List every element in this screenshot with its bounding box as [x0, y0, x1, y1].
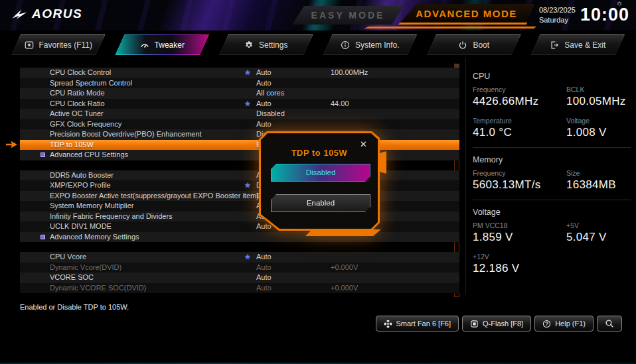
settings-row[interactable]: GFX Clock FrequencyAuto [20, 119, 459, 130]
setting-value: Disabled [256, 109, 285, 119]
setting-value: Auto [256, 283, 272, 294]
settings-row[interactable]: TDP to 105WEnabled [20, 140, 459, 151]
help-button[interactable]: Help (F1) [534, 316, 594, 332]
setting-extra-value: +0.000V [331, 263, 358, 273]
advanced-mode-button[interactable]: ADVANCED MODE [398, 4, 534, 25]
fan-icon [384, 320, 392, 328]
cursor-arrow-icon [6, 141, 17, 149]
star-icon: ★ [244, 68, 251, 78]
setting-extra-value: +0.000V [331, 283, 358, 294]
hw-stat-value: 41.0 °C [473, 126, 566, 139]
tab-label: Favorites (F11) [39, 40, 92, 50]
hw-stat: Voltage1.008 V [566, 117, 631, 139]
tab-label: System Info. [355, 40, 400, 50]
divider [473, 200, 631, 200]
tab-info[interactable]: System Info. [323, 34, 418, 55]
settings-list: CPU Clock Control★Auto100.00MHzSpread Sp… [20, 64, 459, 297]
setting-label: Advanced CPU Settings [50, 150, 128, 160]
hw-stat-value: 5.047 V [566, 231, 631, 244]
setting-label: CPU Clock Ratio [50, 99, 105, 109]
search-button[interactable] [597, 316, 622, 332]
hw-stat: Frequency5603.13MT/s [473, 169, 566, 192]
hw-panel: CPUFrequency4426.66MHzBCLK100.05MHzTempe… [473, 72, 631, 276]
hw-stat-value: 4426.66MHz [473, 95, 566, 108]
hw-section-cpu: CPUFrequency4426.66MHzBCLK100.05MHzTempe… [473, 72, 631, 139]
star-icon: ★ [244, 252, 251, 263]
settings-row[interactable]: CPU Ratio ModeAll cores [20, 88, 459, 99]
setting-label: Active OC Tuner [50, 109, 104, 119]
tab-gauge[interactable]: Tweaker [116, 34, 210, 55]
tab-gear[interactable]: Settings [219, 34, 313, 55]
dialog-body: TDP to 105W ✕ DisabledEnabled [261, 133, 378, 229]
hw-stat: Frequency4426.66MHz [473, 86, 566, 108]
hw-section-title: Memory [473, 155, 631, 164]
setting-label: CPU Ratio Mode [50, 88, 105, 99]
hw-stat-value: 100.05MHz [566, 95, 631, 108]
tab-label: Settings [259, 40, 287, 50]
hw-stat-label: BCLK [566, 86, 631, 93]
settings-row[interactable]: CPU Clock Control★Auto100.00MHz [20, 68, 459, 78]
tab-inner: Boot [428, 35, 520, 54]
top-banner: AORUS EASY MODE ADVANCED MODE 08/23/2025… [0, 0, 636, 30]
help-text: Enabled or Disable TDP to 105W. [20, 303, 129, 311]
tab-inner: Save & Exit [532, 35, 625, 54]
setting-value: Auto [256, 68, 272, 78]
settings-row[interactable]: Dynamic Vcore(DVID)Auto+0.000V [20, 263, 459, 273]
setting-label: Precision Boost Overdrive(PBO) Enhanceme… [50, 129, 202, 140]
settings-row[interactable]: Spread Spectrum ControlAuto [20, 78, 459, 89]
qflash-button[interactable]: Q-Flash [F8] [462, 316, 531, 332]
hw-stat-label: Size [566, 169, 631, 177]
setting-label: VCORE SOC [50, 273, 94, 283]
setting-value: Auto [256, 78, 272, 89]
easy-mode-button[interactable]: EASY MODE [292, 6, 404, 25]
dialog-option-disabled[interactable]: Disabled [271, 164, 370, 182]
setting-label: Infinity Fabric Frequency and Dividers [50, 212, 173, 222]
bios-screen: AORUS EASY MODE ADVANCED MODE 08/23/2025… [0, 0, 636, 364]
settings-row[interactable]: CPU Clock Ratio★Auto44.00 [20, 99, 459, 109]
hw-stat: +12V12.186 V [473, 253, 566, 275]
setting-extra-value: 44.00 [331, 99, 349, 109]
settings-row[interactable]: Precision Boost Overdrive(PBO) Enhanceme… [20, 129, 459, 140]
tab-power[interactable]: Boot [427, 34, 521, 55]
setting-label: TDP to 105W [50, 140, 94, 151]
settings-row[interactable]: UCLK DIV1 MODEAuto [20, 221, 459, 232]
footer-button-label: Q-Flash [F8] [483, 320, 523, 328]
settings-row[interactable]: Infinity Fabric Frequency and DividersAu… [20, 212, 459, 222]
settings-row[interactable]: Advanced Memory Settings [20, 232, 459, 243]
star-icon: ★ [244, 99, 251, 109]
settings-row[interactable]: DDR5 Auto BoosterAuto [20, 170, 459, 181]
footer-button-label: Help (F1) [555, 320, 586, 328]
setting-value: Auto [256, 252, 272, 263]
power-icon [458, 40, 467, 50]
tab-favorites[interactable]: Favorites (F11) [11, 34, 106, 55]
gear-icon [244, 40, 254, 50]
hw-stat-value: 1.008 V [566, 126, 631, 139]
footer-bar: Smart Fan 6 [F6]Q-Flash [F8]Help (F1) [376, 316, 623, 332]
setting-label: UCLK DIV1 MODE [50, 221, 112, 232]
settings-row[interactable]: Advanced CPU Settings [20, 150, 459, 160]
settings-row[interactable]: EXPO Booster Active test(suppress/grayou… [20, 191, 459, 202]
smart-fan-button[interactable]: Smart Fan 6 [F6] [376, 316, 459, 332]
tab-bar: Favorites (F11)TweakerSettingsSystem Inf… [11, 34, 625, 55]
settings-row[interactable]: XMP/EXPO Profile★Disabled [20, 180, 459, 191]
hw-section-title: Voltage [473, 208, 631, 217]
settings-row[interactable]: CPU Vcore★Auto [20, 252, 459, 263]
tab-inner: Settings [220, 35, 313, 54]
setting-label: DDR5 Auto Booster [50, 170, 114, 181]
star-icon: ★ [244, 180, 251, 191]
tab-exit[interactable]: Save & Exit [531, 34, 625, 55]
settings-row[interactable]: System Memory MultiplierAuto [20, 201, 459, 212]
settings-row[interactable]: VCORE SOCAuto [20, 273, 459, 283]
hw-stat-label: +5V [566, 221, 631, 229]
day-text: Saturday [539, 15, 576, 25]
falcon-icon [11, 7, 28, 21]
settings-row[interactable]: Dynamic VCORE SOC(DVID)Auto+0.000V [20, 283, 459, 294]
settings-row[interactable]: Active OC TunerDisabled [20, 109, 459, 119]
logo-text: AORUS [32, 7, 82, 21]
hw-stat-value: 12.186 V [473, 262, 566, 275]
dialog-option-enabled[interactable]: Enabled [271, 194, 370, 212]
aorus-logo: AORUS [11, 7, 82, 21]
hw-stat-value: 5603.13MT/s [473, 178, 566, 192]
gear-icon[interactable] [616, 1, 623, 7]
hw-stat-value: 16384MB [566, 178, 631, 192]
